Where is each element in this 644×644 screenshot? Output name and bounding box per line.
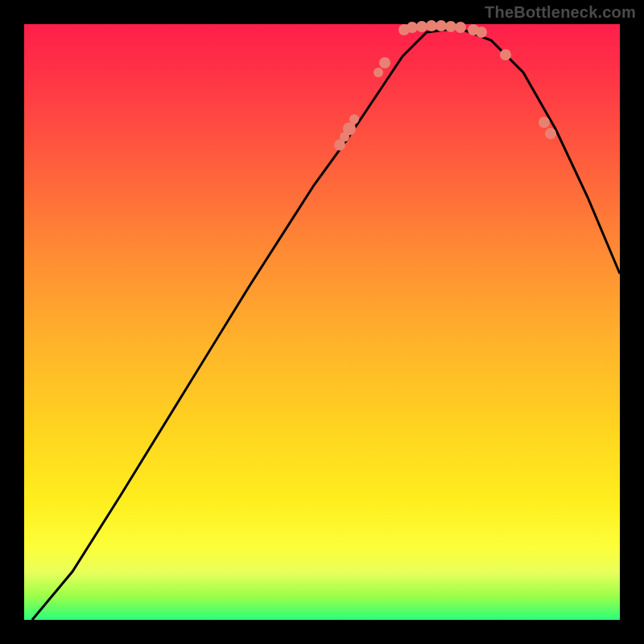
scatter-dot bbox=[545, 128, 556, 139]
scatter-dot bbox=[426, 20, 437, 31]
scatter-dot bbox=[500, 49, 511, 60]
curve-svg bbox=[24, 24, 620, 620]
scatter-dot bbox=[374, 68, 383, 77]
scatter-dot bbox=[379, 57, 390, 68]
scatter-dot bbox=[539, 117, 550, 128]
bottleneck-curve bbox=[32, 28, 620, 620]
dot-group bbox=[334, 20, 556, 151]
scatter-dot bbox=[407, 22, 418, 33]
plot-area bbox=[24, 24, 620, 620]
scatter-dot bbox=[349, 114, 359, 124]
scatter-dot bbox=[436, 20, 447, 31]
chart-frame: TheBottleneck.com bbox=[0, 0, 644, 644]
scatter-dot bbox=[476, 27, 487, 38]
scatter-dot bbox=[343, 122, 356, 135]
watermark-text: TheBottleneck.com bbox=[485, 3, 636, 22]
scatter-dot bbox=[416, 21, 427, 32]
scatter-dot bbox=[445, 21, 456, 32]
scatter-dot bbox=[455, 22, 466, 33]
